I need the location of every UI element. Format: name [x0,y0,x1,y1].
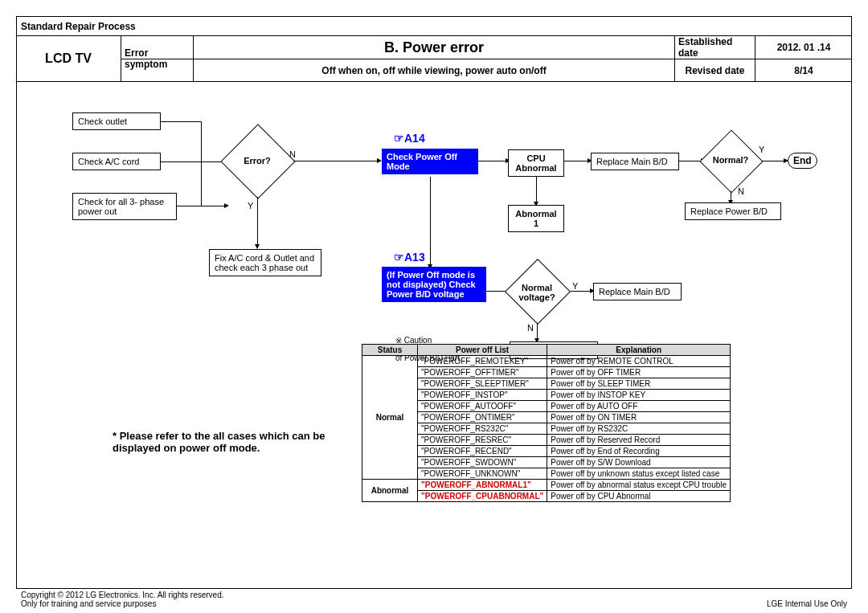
poweroff-list-item: "POWEROFF_INSTOP" [418,390,547,401]
poweroff-list-item: "POWEROFF_RECEND" [418,446,547,457]
tag-a13: ☞A13 [394,251,425,264]
poweroff-list-item: "POWEROFF_REMOTEKEY" [418,356,547,367]
poweroff-explanation: Power off by OFF TIMER [547,367,731,378]
box-check-3phase: Check for all 3- phase power out [72,193,177,220]
flowchart: Check outlet Check A/C cord Check for al… [16,80,852,589]
poweroff-list-item: "POWEROFF_AUTOOFF" [418,401,547,412]
established-date-label: Established date [675,36,755,59]
poweroff-explanation: Power off by S/W Download [547,457,731,468]
col-list: Power off List [418,345,547,356]
poweroff-list-item: "POWEROFF_RESREC" [418,435,547,446]
col-status: Status [362,345,418,356]
doc-header: Standard Repair Process [21,21,136,32]
edge-n: N [289,149,296,159]
poweroff-list-item: "POWEROFF_SWDOWN" [418,457,547,468]
footer-note: Only for training and service purposes [21,599,223,608]
footer-right: LGE Internal Use Only [767,599,847,608]
poweroff-explanation: Power off by INSTOP KEY [547,390,731,401]
tag-a14: ☞A14 [394,132,425,145]
page-number: 8/14 [755,59,852,81]
box-abnormal1: Abnormal 1 [508,205,564,232]
box-check-outlet: Check outlet [72,112,161,130]
box-check-ac: Check A/C cord [72,153,161,170]
edge-n3: N [527,323,534,333]
diamond-error [220,124,295,198]
power-off-table: Status Power off List Explanation Normal… [362,344,731,502]
box-check-power-off-mode: Check Power Off Mode [382,149,478,174]
poweroff-list-item: "POWEROFF_RS232C" [418,423,547,435]
end-node: End [788,153,817,169]
status-abnormal: Abnormal [362,480,418,502]
symptom-desc: Off when on, off while viewing, power au… [194,59,675,81]
poweroff-explanation: Power off by REMOTE CONTROL [547,356,731,367]
poweroff-list-item: "POWEROFF_UNKNOWN" [418,468,547,480]
col-explanation: Explanation [547,345,731,356]
edge-y2: Y [759,145,764,154]
edge-y3: Y [572,281,578,291]
lcd-tv-cell: LCD TV [16,36,121,81]
header-table: LCD TV Error symptom B. Power error Esta… [16,35,852,82]
main-title: B. Power error [194,36,675,59]
poweroff-explanation: Power off by Reserved Record [547,435,731,446]
edge-y: Y [248,201,253,210]
diamond-normal-voltage [505,259,571,325]
poweroff-explanation: Power off by AUTO OFF [547,401,731,412]
poweroff-explanation: Power off by unknown status except liste… [547,468,731,480]
box-if-poweroff: (If Power Off mode is not displayed) Che… [382,267,486,302]
box-replace-main-1: Replace Main B/D [591,153,679,170]
poweroff-explanation: Power off by CPU Abnormal [547,491,731,502]
box-replace-power-1: Replace Power B/D [685,202,781,220]
footer-left: Copyright © 2012 LG Electronics. Inc. Al… [21,591,223,608]
box-cpu-abnormal: CPU Abnormal [508,149,564,177]
edge-n2: N [738,186,744,196]
poweroff-list-item: "POWEROFF_OFFTIMER" [418,367,547,378]
poweroff-list-item: "POWEROFF_ONTIMER" [418,412,547,423]
poweroff-list-item-abnormal: "POWEROFF_ABNORMAL1" [418,480,547,491]
diamond-normal [699,129,763,193]
poweroff-list-item: "POWEROFF_SLEEPTIMER" [418,378,547,390]
poweroff-explanation: Power off by SLEEP TIMER [547,378,731,390]
poweroff-list-item-abnormal: "POWEROFF_CPUABNORMAL" [418,491,547,502]
poweroff-explanation: Power off by ON TIMER [547,412,731,423]
poweroff-explanation: Power off by abnormal status except CPU … [547,480,731,491]
box-replace-main-2: Replace Main B/D [593,283,682,300]
copyright: Copyright © 2012 LG Electronics. Inc. Al… [21,591,223,599]
poweroff-explanation: Power off by RS232C [547,423,731,435]
reference-note: * Please refer to the all cases which ca… [113,430,354,454]
poweroff-explanation: Power off by End of Recording [547,446,731,457]
revised-date-label: Revised date [675,59,755,81]
box-fix: Fix A/C cord & Outlet and check each 3 p… [209,249,321,276]
status-normal: Normal [362,356,418,480]
established-date: 2012. 01 .14 [755,36,852,59]
